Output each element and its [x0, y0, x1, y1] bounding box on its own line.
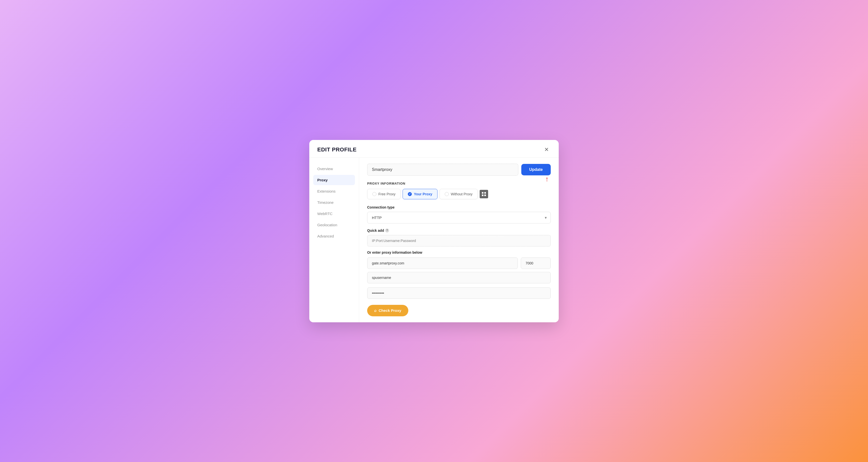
- arrow-indicator: ↑: [545, 176, 549, 183]
- proxy-password-input[interactable]: [367, 287, 551, 299]
- svg-rect-3: [485, 194, 486, 196]
- sidebar-item-extensions[interactable]: Extensions: [313, 186, 355, 196]
- sidebar-item-timezone[interactable]: Timezone: [313, 197, 355, 208]
- help-icon: ?: [385, 228, 389, 233]
- search-icon: ⌕: [374, 308, 377, 313]
- proxy-info-section: PROXY INFORMATION Free Proxy Your Proxy …: [367, 182, 551, 316]
- grid-icon: [482, 192, 486, 196]
- quick-add-input[interactable]: [367, 235, 551, 246]
- edit-profile-modal: EDIT PROFILE ✕ Overview Proxy Extensions…: [309, 140, 559, 322]
- proxy-port-input[interactable]: [521, 257, 551, 269]
- grid-icon-button[interactable]: [479, 190, 488, 198]
- quick-add-label-row: Quick add ?: [367, 228, 551, 233]
- proxy-option-free[interactable]: Free Proxy: [367, 189, 401, 199]
- close-button[interactable]: ✕: [542, 146, 551, 153]
- free-proxy-radio: [372, 192, 376, 196]
- svg-rect-2: [482, 194, 484, 196]
- modal-header: EDIT PROFILE ✕: [309, 140, 559, 158]
- your-proxy-radio: [408, 192, 412, 196]
- svg-rect-1: [485, 192, 486, 193]
- sidebar-item-proxy[interactable]: Proxy: [313, 175, 355, 185]
- connection-type-wrapper: HTTP HTTPS SOCKS4 SOCKS5 ▾: [367, 212, 551, 223]
- sidebar-item-geolocation[interactable]: Geolocation: [313, 220, 355, 230]
- proxy-option-your[interactable]: Your Proxy: [403, 189, 437, 199]
- sidebar-item-webrtc[interactable]: WebRTC: [313, 209, 355, 219]
- sidebar: Overview Proxy Extensions Timezone WebRT…: [309, 158, 359, 322]
- without-proxy-radio: [445, 192, 449, 196]
- profile-name-input[interactable]: [367, 164, 518, 176]
- modal-title: EDIT PROFILE: [317, 147, 357, 153]
- check-proxy-button[interactable]: ⌕ Check Proxy: [367, 305, 408, 316]
- svg-rect-0: [482, 192, 484, 193]
- or-enter-label: Or enter proxy information below: [367, 250, 551, 254]
- update-button[interactable]: Update: [521, 164, 551, 175]
- connection-type-select[interactable]: HTTP HTTPS SOCKS4 SOCKS5: [367, 212, 551, 223]
- proxy-username-input[interactable]: [367, 272, 551, 283]
- sidebar-item-advanced[interactable]: Advanced: [313, 231, 355, 241]
- free-proxy-label: Free Proxy: [378, 192, 395, 196]
- section-title: PROXY INFORMATION: [367, 182, 551, 185]
- proxy-host-input[interactable]: [367, 257, 518, 269]
- proxy-host-port-row: [367, 257, 551, 269]
- your-proxy-label: Your Proxy: [414, 192, 432, 196]
- check-proxy-label: Check Proxy: [379, 308, 401, 313]
- modal-body: Overview Proxy Extensions Timezone WebRT…: [309, 158, 559, 322]
- without-proxy-label: Without Proxy: [451, 192, 472, 196]
- proxy-options: Free Proxy Your Proxy Without Proxy: [367, 189, 551, 199]
- sidebar-item-overview[interactable]: Overview: [313, 164, 355, 174]
- quick-add-label: Quick add: [367, 228, 384, 233]
- profile-bar: Update ↑: [367, 164, 551, 176]
- proxy-option-without[interactable]: Without Proxy: [439, 189, 478, 199]
- main-content: Update ↑ PROXY INFORMATION Free Proxy Yo…: [359, 158, 559, 322]
- connection-type-label: Connection type: [367, 205, 551, 209]
